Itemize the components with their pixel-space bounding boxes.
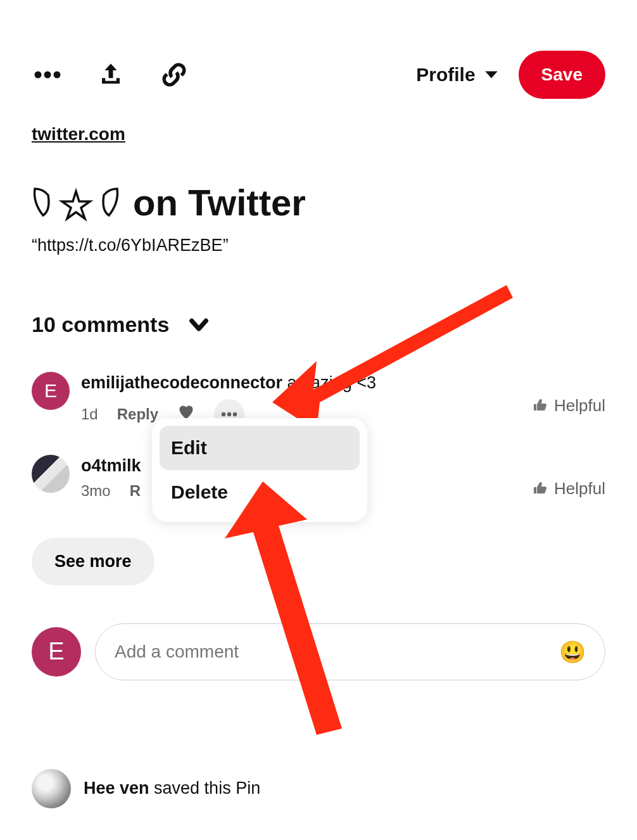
- comment-actions-menu: Edit Delete: [152, 418, 367, 522]
- chevron-down-icon: [188, 314, 210, 335]
- helpful-button[interactable]: Helpful: [533, 396, 605, 416]
- saved-by-row: Hee ven saved this Pin: [32, 769, 605, 808]
- avatar[interactable]: [32, 455, 70, 493]
- comment-text: amazing <3: [282, 373, 376, 392]
- share-icon: [98, 61, 124, 88]
- comment-placeholder: Add a comment: [115, 642, 239, 662]
- helpful-label: Helpful: [554, 396, 605, 416]
- save-button[interactable]: Save: [519, 51, 605, 99]
- more-options-button[interactable]: [32, 59, 63, 91]
- top-right-actions: Profile Save: [416, 51, 605, 99]
- saved-by-username[interactable]: Hee ven: [84, 779, 149, 798]
- chevron-down-icon: [483, 67, 500, 83]
- pin-title: on Twitter: [133, 182, 306, 223]
- menu-item-edit[interactable]: Edit: [160, 426, 360, 470]
- emoji-button[interactable]: 😃: [559, 639, 586, 665]
- pin-title-row: on Twitter: [32, 182, 605, 223]
- reply-button[interactable]: R: [130, 482, 141, 500]
- menu-item-delete[interactable]: Delete: [160, 470, 360, 514]
- svg-point-0: [35, 72, 42, 79]
- top-left-actions: [32, 59, 190, 91]
- pin-subtitle: “https://t.co/6YbIAREzBE”: [32, 236, 605, 255]
- svg-point-3: [222, 412, 225, 416]
- comment-time: 3mo: [81, 482, 111, 500]
- thumbs-up-icon: [533, 398, 548, 413]
- comment-username[interactable]: o4tmilk: [81, 456, 141, 475]
- current-user-avatar[interactable]: E: [32, 627, 81, 677]
- title-decoration-icon: [32, 184, 120, 222]
- copy-link-button[interactable]: [158, 59, 190, 91]
- comment-input[interactable]: Add a comment 😃: [95, 623, 605, 680]
- comments-count: 10 comments: [32, 312, 169, 337]
- comments-header[interactable]: 10 comments: [32, 312, 605, 337]
- more-horizontal-icon: [221, 412, 237, 417]
- share-button[interactable]: [95, 59, 127, 91]
- helpful-button[interactable]: Helpful: [533, 479, 605, 499]
- comment-input-row: E Add a comment 😃: [32, 623, 605, 680]
- reply-button[interactable]: Reply: [117, 405, 158, 423]
- see-more-button[interactable]: See more: [32, 538, 155, 585]
- link-icon: [161, 61, 187, 88]
- source-link[interactable]: twitter.com: [32, 124, 125, 144]
- svg-point-2: [54, 72, 61, 79]
- comment-text-line: emilijathecodeconnector amazing <3: [81, 373, 605, 393]
- saved-by-text: Hee ven saved this Pin: [84, 779, 260, 798]
- board-selector[interactable]: Profile: [416, 64, 499, 86]
- helpful-label: Helpful: [554, 479, 605, 499]
- more-horizontal-icon: [34, 71, 61, 79]
- top-bar: Profile Save: [32, 51, 605, 99]
- svg-point-1: [44, 72, 51, 79]
- saved-by-avatar[interactable]: [32, 769, 71, 808]
- board-label: Profile: [416, 64, 475, 86]
- svg-point-4: [227, 412, 231, 416]
- thumbs-up-icon: [533, 481, 548, 496]
- comment-time: 1d: [81, 405, 98, 423]
- svg-point-5: [233, 412, 237, 416]
- saved-by-suffix: saved this Pin: [149, 779, 261, 798]
- comment-username[interactable]: emilijathecodeconnector: [81, 373, 282, 392]
- avatar[interactable]: E: [32, 372, 70, 410]
